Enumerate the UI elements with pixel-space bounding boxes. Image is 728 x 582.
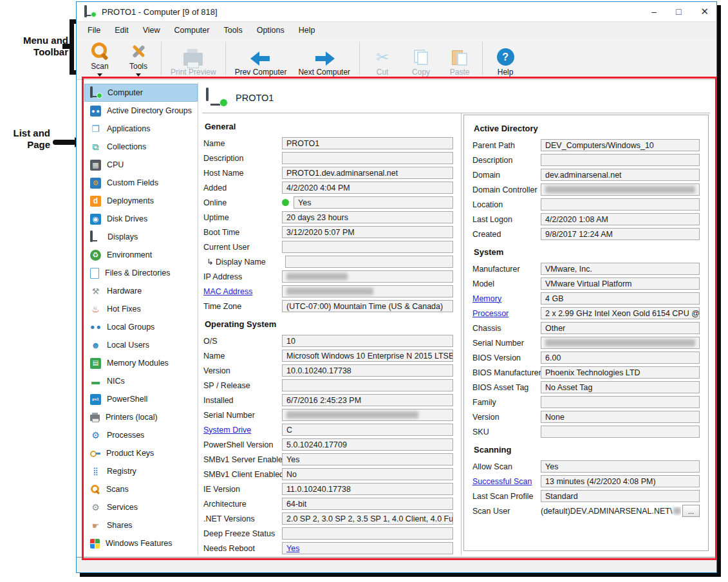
sidebar-item-scans[interactable]: Scans (84, 480, 198, 498)
sidebar-item-environment[interactable]: ♻Environment (84, 246, 198, 264)
field-row-mac-address: MAC Address (203, 285, 453, 297)
field-value-system-drive: C (282, 424, 453, 436)
sidebar-item-printers-local[interactable]: Printers (local) (84, 408, 198, 426)
sidebar-item-label: Local Users (107, 341, 149, 350)
field-label-parent-path: Parent Path (472, 141, 541, 150)
menu-item-computer[interactable]: Computer (167, 24, 217, 37)
prev-computer-button[interactable]: Prev Computer (229, 39, 293, 79)
field-row-successful-scan: Successful Scan13 minutes (4/2/2020 4:08… (472, 475, 700, 487)
field-label-processor[interactable]: Processor (472, 309, 541, 318)
field-row-manufacturer: ManufacturerVMware, Inc. (472, 263, 700, 275)
sidebar-item-files-directories[interactable]: Files & Directories (84, 264, 198, 282)
field-label-time-zone: Time Zone (203, 302, 282, 311)
field-value-link[interactable]: Yes (286, 544, 299, 553)
sidebar-item-windows-features[interactable]: Windows Features (84, 534, 198, 552)
sidebar-item-hot-fixes[interactable]: ♨Hot Fixes (84, 300, 198, 318)
sidebar-item-memory-modules[interactable]: ▤Memory Modules (84, 354, 198, 372)
sidebar-item-shares[interactable]: ☛Shares (84, 516, 198, 534)
sidebar-item-services[interactable]: ⚙Services (84, 498, 198, 516)
field-value-memory: 4 GB (541, 292, 700, 305)
sidebar-item-applications[interactable]: ❐Applications (84, 120, 198, 138)
next-computer-button[interactable]: Next Computer (292, 39, 356, 79)
sidebar-item-local-users[interactable]: ☻Local Users (84, 336, 198, 354)
sidebar-item-custom-fields[interactable]: ⚙Custom Fields (84, 174, 198, 192)
print-preview-label: Print Preview (171, 68, 216, 77)
section-heading-system: System (474, 247, 700, 257)
field-value-domain: dev.adminarsenal.net (541, 169, 700, 181)
sidebar-item-label: Files & Directories (105, 268, 170, 277)
sidebar-item-active-directory-groups[interactable]: ☻☻Active Directory Groups (84, 102, 198, 120)
field-row-description: Description (203, 152, 453, 164)
sidebar-item-label: Scans (106, 485, 129, 494)
field-row-version: VersionNone (472, 411, 700, 423)
powershell-icon: ps1 (90, 394, 101, 405)
sidebar-item-product-keys[interactable]: Product Keys (84, 444, 198, 462)
sidebar-item-hardware[interactable]: ⚒Hardware (84, 282, 198, 300)
menu-item-file[interactable]: File (80, 24, 107, 37)
field-label-mac-address[interactable]: MAC Address (203, 287, 282, 296)
sidebar-item-label: Shares (107, 521, 133, 530)
sidebar-item-processes[interactable]: ⚙Processes (84, 426, 198, 444)
field-row-needs-reboot: Needs RebootYes (203, 542, 453, 554)
tools-button[interactable]: Tools (119, 39, 158, 79)
field-label-installed: Installed (203, 396, 282, 405)
field-label-description: Description (472, 156, 541, 165)
sidebar-item-cpu[interactable]: ▦CPU (84, 156, 198, 174)
field-label-added: Added (203, 183, 282, 192)
maximize-button[interactable]: □ (676, 6, 681, 17)
sidebar-item-deployments[interactable]: dDeployments (84, 192, 198, 210)
field-label-memory[interactable]: Memory (472, 294, 541, 303)
field-label-system-drive[interactable]: System Drive (203, 426, 282, 435)
close-button[interactable]: ✕ (700, 6, 709, 17)
help-icon: ? (497, 48, 514, 66)
menu-item-help[interactable]: Help (292, 24, 322, 37)
arrow-right-icon (313, 52, 335, 66)
sidebar-item-disk-drives[interactable]: ◉Disk Drives (84, 210, 198, 228)
menu-item-edit[interactable]: Edit (107, 24, 136, 37)
menu-item-tools[interactable]: Tools (216, 24, 249, 37)
field-value-bios-manufacturer: Phoenix Technologies LTD (541, 366, 700, 379)
sidebar-item-label: Displays (107, 232, 138, 241)
field-row-sp-release: SP / Release (203, 379, 453, 391)
redacted-value (286, 273, 348, 280)
field-row-description: Description (472, 154, 700, 166)
menu-item-options[interactable]: Options (250, 24, 292, 37)
field-label-scan-user: Scan User (472, 507, 541, 516)
copy-icon (413, 49, 429, 66)
field-label-family: Family (472, 398, 541, 407)
redacted-value (286, 411, 418, 418)
field-value-bios-asset-tag: No Asset Tag (541, 381, 700, 393)
field-value-model: VMware Virtual Platform (541, 277, 700, 290)
field-value-last-scan-profile: Standard (541, 490, 700, 502)
redacted-value (545, 186, 695, 193)
scan-button[interactable]: Scan (80, 39, 119, 79)
sidebar-item-computer[interactable]: Computer (84, 84, 198, 102)
sidebar-item-displays[interactable]: Displays (84, 228, 198, 246)
browse-button[interactable]: ... (682, 505, 700, 517)
menu-bar: FileEditViewComputerToolsOptionsHelp (77, 21, 716, 38)
minimize-button[interactable]: – (651, 6, 657, 17)
sidebar-item-powershell[interactable]: ps1PowerShell (84, 390, 198, 408)
sidebar-item-label: Environment (107, 250, 152, 259)
displays-icon (90, 232, 102, 242)
field-label-successful-scan[interactable]: Successful Scan (472, 477, 541, 486)
sidebar-item-registry[interactable]: ⣿Registry (84, 462, 198, 480)
sidebar-item-nics[interactable]: ▬NICs (84, 372, 198, 390)
sidebar-item-windows-task-schedules[interactable]: ▦Windows Task Schedules (84, 552, 198, 555)
sidebar-item-collections[interactable]: ⧉Collections (84, 138, 198, 156)
sidebar-item-local-groups[interactable]: ☻☻Local Groups (84, 318, 198, 336)
toolbar-separator (225, 42, 226, 75)
field-value-powershell-version: 5.0.10240.17709 (282, 438, 453, 451)
field-value-version: None (541, 411, 700, 423)
menu-item-view[interactable]: View (136, 24, 167, 37)
field-row-processor: Processor2 x 2.99 GHz Intel Xeon Gold 61… (472, 307, 700, 319)
help-button[interactable]: ?Help (486, 39, 525, 79)
field-label-bios-manufacturer: BIOS Manufacturer (472, 368, 541, 377)
toolbar: ScanToolsPrint PreviewPrev ComputerNext … (77, 38, 716, 80)
left-fields-column: GeneralNamePROTO1DescriptionHost NamePRO… (202, 113, 462, 555)
field-value-deep-freeze-status (282, 527, 453, 540)
memory-modules-icon: ▤ (90, 358, 101, 369)
field-value-bios-version: 6.00 (541, 352, 700, 364)
page-title: PROTO1 (236, 93, 274, 103)
sidebar-item-label: PowerShell (107, 395, 147, 404)
